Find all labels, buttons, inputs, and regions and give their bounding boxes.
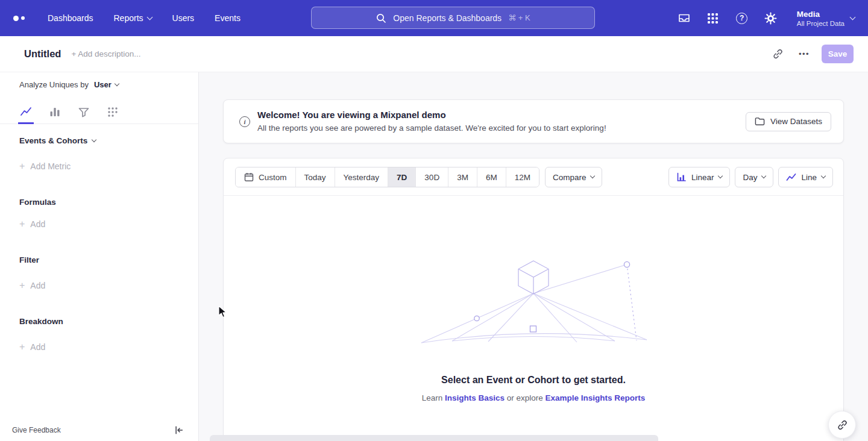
save-button[interactable]: Save	[822, 45, 854, 63]
insights-tab-icon[interactable]	[18, 100, 34, 124]
demo-welcome-banner: i Welcome! You are viewing a Mixpanel de…	[223, 99, 844, 143]
metric-type-tabs	[0, 100, 198, 124]
chevron-down-icon	[761, 174, 766, 178]
analyze-uniques-row: Analyze Uniques by User	[19, 80, 119, 89]
banner-text: Welcome! You are viewing a Mixpanel demo…	[257, 108, 606, 134]
nav-events[interactable]: Events	[215, 13, 241, 23]
plus-icon: +	[19, 343, 25, 351]
top-navigation: Dashboards Reports Users Events Open Rep…	[0, 0, 868, 36]
give-feedback-link[interactable]: Give Feedback	[12, 426, 61, 434]
range-12m[interactable]: 12M	[506, 167, 539, 187]
project-text: Media All Project Data	[797, 9, 844, 28]
formulas-section: Formulas	[19, 198, 56, 207]
retention-grid-tab-icon[interactable]	[105, 100, 121, 124]
nav-dashboards[interactable]: Dashboards	[48, 13, 93, 23]
help-icon[interactable]: ?	[735, 11, 749, 25]
chart-type-dropdown[interactable]: Line	[778, 167, 833, 187]
range-custom[interactable]: Custom	[236, 167, 295, 187]
range-today[interactable]: Today	[295, 167, 335, 187]
interval-label: Day	[743, 173, 757, 182]
share-link-fab[interactable]	[828, 411, 856, 439]
project-selector[interactable]: Media All Project Data	[797, 9, 855, 28]
banner-title: Welcome! You are viewing a Mixpanel demo	[257, 108, 606, 121]
ellipsis-icon: •••	[799, 49, 810, 58]
search-placeholder: Open Reports & Dashboards	[393, 13, 502, 23]
banner-body: All the reports you see are powered by a…	[257, 122, 606, 134]
chevron-down-icon	[821, 174, 826, 178]
search-icon	[376, 13, 386, 23]
logo-dot	[13, 16, 19, 21]
scale-dropdown[interactable]: Linear	[668, 167, 731, 187]
add-description[interactable]: + Add description...	[71, 49, 140, 58]
analyze-value: User	[94, 80, 112, 89]
analyze-label: Analyze Uniques by	[19, 80, 89, 89]
copy-link-button[interactable]	[769, 45, 787, 63]
global-search-input[interactable]: Open Reports & Dashboards ⌘ + K	[311, 7, 595, 29]
logo-dot	[21, 16, 25, 20]
range-3m[interactable]: 3M	[448, 167, 477, 187]
breakdown-label: Breakdown	[19, 317, 63, 326]
linear-scale-icon	[676, 172, 687, 183]
chart-controls: Linear Day Line	[668, 167, 833, 187]
plus-icon: +	[19, 281, 25, 290]
chevron-down-icon	[92, 137, 96, 142]
empty-state-title: Select an Event or Cohort to get started…	[224, 375, 843, 386]
chevron-down-icon	[590, 174, 595, 178]
add-metric-button[interactable]: + Add Metric	[19, 161, 71, 171]
collapse-sidebar-icon[interactable]	[174, 425, 184, 435]
events-cohorts-section[interactable]: Events & Cohorts	[19, 136, 96, 145]
add-label: Add	[30, 219, 45, 229]
line-chart-icon	[786, 172, 796, 183]
chevron-down-icon	[146, 14, 153, 20]
range-6m[interactable]: 6M	[477, 167, 506, 187]
range-yesterday[interactable]: Yesterday	[335, 167, 388, 187]
settings-gear-icon[interactable]	[764, 11, 778, 25]
main-content: i Welcome! You are viewing a Mixpanel de…	[199, 72, 868, 441]
interval-dropdown[interactable]: Day	[735, 167, 773, 187]
date-range-segmented-control: Custom Today Yesterday 7D 30D 3M 6M 12M	[235, 167, 539, 187]
funnel-tab-icon[interactable]	[76, 100, 92, 124]
add-label: Add	[30, 342, 45, 352]
analyze-by-dropdown[interactable]: User	[94, 80, 119, 89]
nav-users[interactable]: Users	[172, 13, 195, 23]
calendar-icon	[244, 172, 254, 182]
report-title[interactable]: Untitled	[24, 48, 61, 60]
view-datasets-button[interactable]: View Datasets	[746, 112, 831, 131]
primary-nav: Dashboards Reports Users Events	[48, 13, 241, 23]
insights-basics-link[interactable]: Insights Basics	[445, 393, 505, 402]
range-30d[interactable]: 30D	[415, 167, 448, 187]
sidebar-footer: Give Feedback	[12, 425, 184, 435]
apps-grid-icon[interactable]	[706, 11, 720, 25]
compare-button[interactable]: Compare	[545, 167, 603, 187]
add-filter-button[interactable]: + Add	[19, 281, 45, 290]
chevron-down-icon	[115, 81, 119, 86]
range-custom-label: Custom	[259, 173, 287, 182]
chart-type-label: Line	[801, 173, 817, 182]
empty-state: Select an Event or Cohort to get started…	[224, 256, 843, 402]
chevron-down-icon	[850, 14, 856, 20]
horizontal-scrollbar[interactable]	[210, 435, 658, 441]
plus-icon: +	[19, 162, 25, 170]
compare-label: Compare	[553, 173, 587, 182]
add-formula-button[interactable]: + Add	[19, 219, 45, 229]
mixpanel-logo[interactable]	[13, 16, 25, 21]
empty-state-illustration	[419, 256, 648, 346]
or-explore-text: or explore	[507, 393, 543, 402]
plus-icon: +	[19, 220, 25, 228]
range-7d[interactable]: 7D	[388, 167, 415, 187]
add-label: Add	[30, 281, 45, 290]
insights-report-card: Custom Today Yesterday 7D 30D 3M 6M 12M …	[223, 158, 844, 441]
nav-utilities: ? Media All Project	[678, 9, 855, 28]
nav-reports[interactable]: Reports	[114, 13, 152, 23]
filter-section: Filter	[19, 255, 39, 264]
empty-state-subtitle: Learn Insights Basics or explore Example…	[224, 393, 843, 402]
example-insights-reports-link[interactable]: Example Insights Reports	[546, 393, 646, 402]
inbox-icon[interactable]	[678, 11, 691, 25]
chevron-down-icon	[718, 174, 723, 178]
add-breakdown-button[interactable]: + Add	[19, 342, 45, 352]
bar-chart-tab-icon[interactable]	[47, 100, 63, 124]
project-scope: All Project Data	[797, 19, 844, 28]
add-metric-label: Add Metric	[30, 161, 71, 171]
help-question-glyph: ?	[736, 13, 747, 24]
more-options-button[interactable]: •••	[795, 45, 813, 63]
